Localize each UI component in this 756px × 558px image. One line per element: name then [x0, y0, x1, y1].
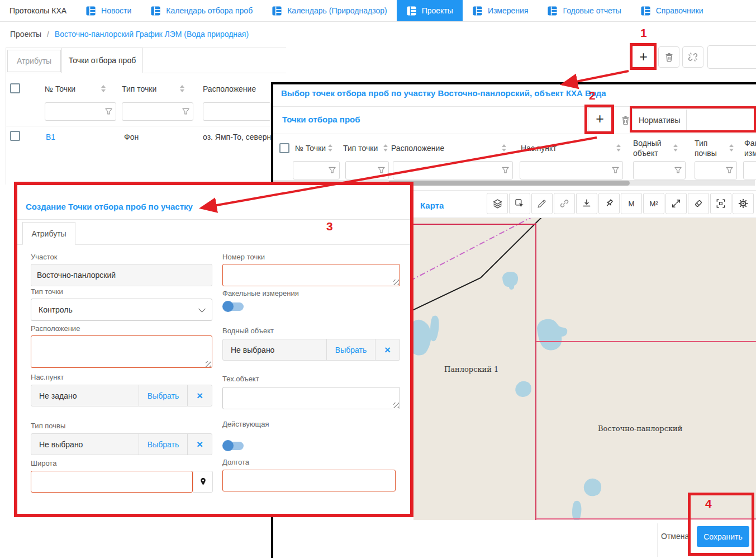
sort-icon[interactable]	[101, 85, 106, 92]
tab-label: Атрибуты	[17, 56, 51, 65]
flare-measurements-toggle[interactable]	[224, 302, 244, 311]
nav-item-novosti[interactable]: Новости	[76, 0, 141, 21]
filter-type-input[interactable]	[346, 162, 374, 179]
nav-item-protokoly-kha[interactable]: Протоколы КХА	[0, 0, 76, 21]
measure-length-button[interactable]: М	[621, 193, 642, 214]
column-header-num[interactable]: № Точки	[295, 144, 326, 153]
extent-button[interactable]	[710, 193, 731, 214]
breadcrumb-root[interactable]: Проекты	[10, 30, 41, 39]
eraser-button[interactable]	[688, 193, 709, 214]
sort-icon[interactable]	[328, 144, 332, 152]
latitude-input[interactable]	[31, 471, 193, 493]
filter-type-input[interactable]	[122, 103, 178, 120]
column-header-water-object[interactable]: Водный объект	[633, 138, 662, 158]
select-tool-button[interactable]	[509, 193, 530, 214]
toolbar-extra-box[interactable]	[707, 45, 756, 69]
sort-icon[interactable]	[673, 144, 678, 152]
filter-funnel-icon[interactable]	[722, 167, 736, 174]
filter-settlement-input[interactable]	[520, 162, 608, 179]
water-clear-button[interactable]: ×	[375, 339, 400, 360]
soil-clear-button[interactable]: ×	[187, 434, 212, 455]
filter-num-input[interactable]	[45, 103, 101, 120]
tech-object-textarea[interactable]	[222, 387, 400, 409]
sort-icon[interactable]	[502, 144, 506, 152]
measure-area-button[interactable]: М²	[643, 193, 664, 214]
add-point-button[interactable]: +	[632, 45, 655, 69]
add-sampling-point-button[interactable]: +	[588, 107, 612, 131]
filter-soil-type-input[interactable]	[695, 162, 722, 179]
grid-icon	[406, 6, 417, 16]
expand-button[interactable]	[665, 193, 687, 214]
nav-item-kalendar-prirodnadzor[interactable]: Календарь (Природнадзор)	[262, 0, 397, 21]
filter-funnel-icon[interactable]	[374, 167, 388, 174]
sort-icon[interactable]	[616, 144, 621, 152]
water-object-field: Не выбрано Выбрать ×	[222, 339, 400, 361]
breadcrumb-current[interactable]: Восточно-панлорский График ЛЭМ (Вода при…	[55, 30, 249, 39]
location-textarea[interactable]	[31, 335, 212, 368]
filter-flare-input[interactable]	[744, 162, 756, 179]
column-header-location[interactable]: Расположение	[391, 144, 444, 153]
column-header-type[interactable]: Тип точки	[122, 84, 156, 93]
settlement-clear-button[interactable]: ×	[187, 385, 212, 406]
column-header-soil-type[interactable]: Тип почвы	[695, 138, 717, 158]
nav-item-proekty[interactable]: Проекты	[397, 0, 463, 21]
point-number-textarea[interactable]	[222, 264, 400, 286]
filter-water-object-input[interactable]	[634, 162, 671, 179]
column-header-num[interactable]: № Точки	[45, 84, 75, 93]
longitude-input[interactable]	[222, 470, 396, 491]
filter-location-input[interactable]	[203, 103, 270, 120]
pick-on-map-button[interactable]	[193, 471, 213, 493]
point-link-b1[interactable]: B1	[46, 133, 55, 141]
normatives-control[interactable]: Нормативы	[633, 108, 756, 132]
filter-location-input[interactable]	[393, 162, 498, 179]
nav-item-kalendar-otbora-prob[interactable]: Календарь отбора проб	[141, 0, 262, 21]
point-number-field-wrap	[222, 264, 400, 286]
filter-num-input[interactable]	[293, 162, 325, 179]
tab-attributes[interactable]: Атрибуты	[22, 222, 75, 245]
link-tool-button[interactable]	[554, 193, 575, 214]
active-toggle[interactable]	[224, 442, 244, 450]
nav-item-label: Календарь (Природнадзор)	[287, 6, 387, 15]
water-choose-button[interactable]: Выбрать	[326, 339, 375, 360]
column-header-settlement[interactable]: Нас.пункт	[521, 144, 557, 153]
row-checkbox[interactable]	[10, 131, 20, 141]
download-button[interactable]	[576, 193, 597, 214]
filter-funnel-icon[interactable]	[325, 167, 339, 174]
delete-sampling-point-button[interactable]	[616, 111, 635, 130]
map-canvas[interactable]: Панлорский 1 Восточно-панлорский	[413, 218, 756, 520]
select-all-checkbox[interactable]	[10, 83, 20, 93]
tab-attributes[interactable]: Атрибуты	[7, 50, 61, 72]
column-header-location[interactable]: Расположение	[203, 84, 256, 93]
select-all-checkbox[interactable]	[279, 143, 289, 153]
filter-funnel-icon[interactable]	[498, 167, 512, 174]
unlink-button[interactable]	[682, 46, 703, 68]
nav-item-spravochniki[interactable]: Справочники	[631, 0, 713, 21]
filter-funnel-icon[interactable]	[101, 108, 116, 115]
grid-icon	[272, 6, 282, 16]
soil-choose-button[interactable]: Выбрать	[139, 434, 187, 455]
filter-funnel-icon[interactable]	[178, 108, 193, 115]
cancel-button[interactable]: Отмена	[661, 532, 689, 541]
sort-icon[interactable]	[180, 85, 184, 92]
column-header-type[interactable]: Тип точки	[343, 144, 378, 153]
filter-funnel-icon[interactable]	[608, 167, 622, 174]
filter-funnel-icon[interactable]	[671, 167, 685, 174]
layers-button[interactable]	[487, 193, 508, 214]
panel-top-border	[6, 48, 286, 48]
nav-item-godovye-otchety[interactable]: Годовые отчеты	[538, 0, 630, 21]
sort-icon[interactable]	[729, 144, 734, 152]
map-settings-button[interactable]	[733, 193, 754, 214]
point-type-select[interactable]: Контроль	[31, 299, 212, 321]
eraser-icon	[693, 198, 704, 209]
scrollbar-thumb[interactable]	[388, 181, 630, 186]
column-header-flare[interactable]: Фак изм	[744, 138, 756, 158]
point-type-label: Тип точки	[31, 287, 63, 296]
draw-tool-button[interactable]	[531, 193, 553, 214]
settlement-choose-button[interactable]: Выбрать	[139, 385, 187, 406]
nav-item-izmereniya[interactable]: Измерения	[463, 0, 538, 21]
sort-icon[interactable]	[383, 144, 388, 152]
tab-sampling-points[interactable]: Точки отбора проб	[61, 48, 143, 73]
delete-point-button[interactable]	[658, 46, 679, 68]
pin-tool-button[interactable]	[598, 193, 620, 214]
save-button[interactable]: Сохранить	[697, 526, 749, 547]
